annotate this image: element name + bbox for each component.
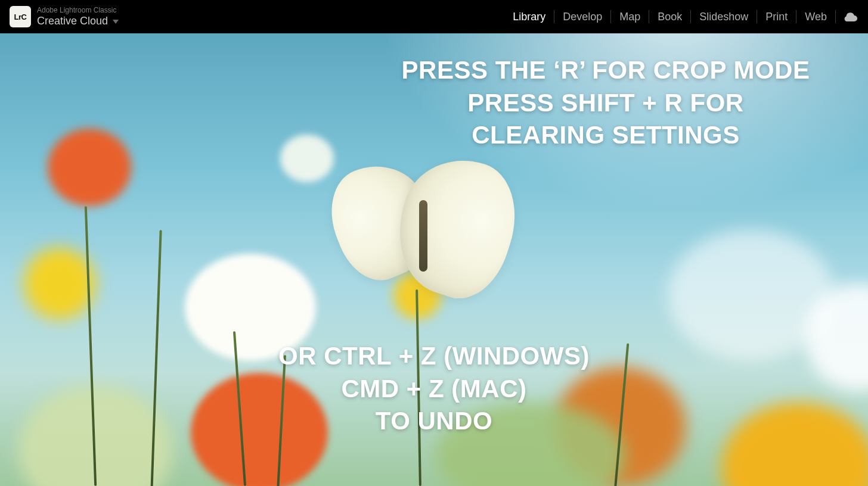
decorative-butterfly-small bbox=[280, 135, 334, 182]
decorative-flower bbox=[48, 129, 131, 206]
module-tab-label: Slideshow bbox=[699, 11, 748, 23]
module-tab-label: Web bbox=[805, 11, 827, 23]
main-image-view[interactable]: PRESS THE ‘R’ FOR CROP MODE PRESS SHIFT … bbox=[0, 33, 868, 486]
module-tab-develop[interactable]: Develop bbox=[554, 11, 610, 22]
instruction-line: PRESS SHIFT + R FOR bbox=[358, 87, 853, 120]
app-icon-text: LrC bbox=[14, 13, 27, 21]
chevron-down-icon bbox=[113, 20, 119, 24]
app-titles: Adobe Lightroom Classic Creative Cloud bbox=[37, 7, 119, 27]
instruction-line: PRESS THE ‘R’ FOR CROP MODE bbox=[358, 54, 853, 87]
module-tab-library[interactable]: Library bbox=[504, 11, 554, 22]
module-tab-label: Library bbox=[513, 11, 545, 23]
instruction-line: OR CTRL + Z (WINDOWS) bbox=[166, 340, 702, 373]
instruction-line: TO UNDO bbox=[166, 405, 702, 438]
cloud-sync-icon[interactable] bbox=[842, 11, 858, 23]
app-icon: LrC bbox=[10, 6, 31, 27]
instruction-line: CMD + Z (MAC) bbox=[166, 373, 702, 406]
module-separator bbox=[835, 10, 836, 23]
decorative-flower bbox=[721, 403, 868, 486]
module-tab-label: Print bbox=[765, 11, 788, 23]
module-tab-map[interactable]: Map bbox=[611, 11, 649, 22]
decorative-butterfly bbox=[334, 158, 513, 313]
module-picker: Library Develop Map Book Slideshow Print… bbox=[504, 0, 858, 33]
top-bar: LrC Adobe Lightroom Classic Creative Clo… bbox=[0, 0, 868, 33]
module-tab-label: Develop bbox=[563, 11, 602, 23]
instruction-text-1: PRESS THE ‘R’ FOR CROP MODE PRESS SHIFT … bbox=[358, 54, 853, 152]
module-tab-print[interactable]: Print bbox=[757, 11, 796, 22]
app-title-big: Creative Cloud bbox=[37, 15, 108, 27]
module-tab-label: Book bbox=[658, 11, 682, 23]
module-tab-label: Map bbox=[619, 11, 640, 23]
module-tab-web[interactable]: Web bbox=[796, 11, 835, 22]
instruction-line: CLEARING SETTINGS bbox=[358, 119, 853, 152]
module-tab-book[interactable]: Book bbox=[649, 11, 690, 22]
instruction-text-2: OR CTRL + Z (WINDOWS) CMD + Z (MAC) TO U… bbox=[166, 340, 702, 438]
app-title-small: Adobe Lightroom Classic bbox=[37, 7, 119, 15]
module-tab-slideshow[interactable]: Slideshow bbox=[691, 11, 757, 22]
decorative-flower bbox=[24, 248, 95, 319]
identity-plate-dropdown[interactable]: Creative Cloud bbox=[37, 15, 119, 27]
